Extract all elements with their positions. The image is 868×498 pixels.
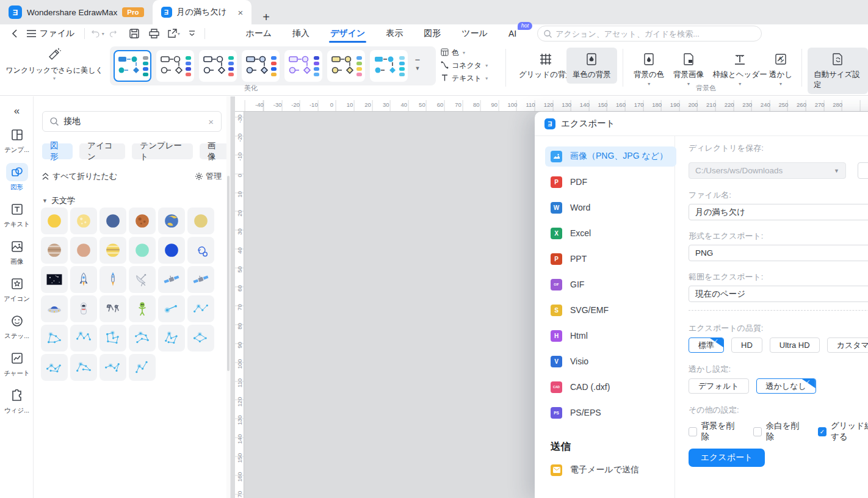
quality-option-標準[interactable]: 標準: [689, 337, 724, 353]
global-search-box[interactable]: [537, 26, 762, 42]
menu-AI[interactable]: AIhot: [508, 24, 516, 43]
format-item-Visio[interactable]: VVisio: [545, 348, 675, 374]
shapes-tab-図形[interactable]: 図形: [42, 143, 73, 159]
collapse-panel-icon[interactable]: «: [0, 105, 34, 117]
global-search-input[interactable]: [555, 29, 755, 38]
menu-ツール[interactable]: ツール: [461, 24, 488, 43]
theme-style-2[interactable]: [156, 50, 194, 82]
shape-blue-planet[interactable]: [99, 208, 126, 234]
document-tab[interactable]: Ǝ 月の満ち欠け ×: [153, 0, 252, 24]
shape-saturn[interactable]: [99, 237, 126, 264]
format-item-SVG/EMF[interactable]: SSVG/EMF: [545, 297, 675, 323]
menu-図形[interactable]: 図形: [424, 24, 441, 43]
collapse-ribbon-icon[interactable]: [184, 26, 200, 41]
quality-option-カスタマイズ[interactable]: カスタマイズ: [827, 337, 868, 353]
watermark-option-デフォルト[interactable]: デフォルト: [689, 378, 749, 394]
undo-icon[interactable]: ▾: [90, 26, 106, 41]
tab-close-icon[interactable]: ×: [237, 7, 243, 18]
sidebar-item-text[interactable]: テキスト: [0, 200, 34, 229]
theme-style-6[interactable]: [327, 50, 365, 82]
shape-earth[interactable]: [158, 208, 185, 234]
panel-scrollbar[interactable]: [226, 96, 230, 498]
checkbox-icon[interactable]: [753, 427, 762, 436]
shapes-search-box[interactable]: ×: [42, 111, 222, 132]
theme-style-5[interactable]: [284, 50, 322, 82]
shapes-tab-アイコン[interactable]: アイコン: [79, 143, 125, 159]
category-astronomy[interactable]: ▼ 天文学: [42, 195, 75, 206]
shape-satellite-dish[interactable]: [129, 266, 156, 293]
sidebar-item-image[interactable]: 画像: [0, 237, 34, 266]
shapes-tab-画像[interactable]: 画像: [200, 143, 230, 159]
shape-rocket[interactable]: [70, 266, 97, 293]
ribbon-色-button[interactable]: 色▾: [441, 48, 488, 58]
filename-input[interactable]: 月の満ち欠け: [689, 204, 868, 220]
file-menu-button[interactable]: ファイル: [22, 28, 79, 39]
export-range-select[interactable]: 現在のページ▼: [689, 286, 868, 302]
shape-teal-planet[interactable]: [129, 237, 156, 264]
menu-表示[interactable]: 表示: [386, 24, 403, 43]
sidebar-item-template[interactable]: テンプ...: [0, 126, 34, 154]
format-item-PS/EPS[interactable]: PSPS/EPS: [545, 400, 675, 425]
format-item-画像（PNG、JPG など）[interactable]: 画像（PNG、JPG など）: [545, 143, 675, 169]
checkbox-背景を削除[interactable]: 背景を削除: [689, 420, 738, 442]
shape-constellation-3[interactable]: [70, 325, 97, 352]
format-item-CAD (.dxf)[interactable]: CADCAD (.dxf): [545, 374, 675, 400]
shape-constellation-9[interactable]: [70, 354, 97, 381]
collapse-all-label[interactable]: すべて折りたたむ: [52, 171, 117, 182]
one-click-beautify-button[interactable]: ワンクリックでさらに美しく ▾: [0, 46, 109, 81]
export-button[interactable]: エクスポート: [689, 449, 765, 467]
checkbox-icon[interactable]: [689, 427, 697, 436]
shape-constellation-11[interactable]: [129, 354, 156, 381]
shape-satellite[interactable]: [158, 266, 185, 293]
save-icon[interactable]: [126, 26, 142, 41]
shape-sun[interactable]: [41, 208, 68, 234]
ribbon-button-自動サイズ設定[interactable]: 自動サイズ設定: [808, 48, 868, 94]
format-item-Excel[interactable]: XExcel: [545, 220, 675, 246]
checkbox-余白を削除[interactable]: 余白を削除: [753, 420, 803, 442]
shape-pluto[interactable]: [70, 237, 97, 264]
quality-option-HD[interactable]: HD: [731, 337, 762, 353]
shape-small-rocket[interactable]: [99, 266, 126, 293]
share-icon[interactable]: ▾: [165, 26, 181, 41]
sidebar-item-sticker[interactable]: ステッ...: [0, 312, 34, 341]
checkbox-icon[interactable]: ✓: [818, 427, 826, 436]
shape-constellation-5[interactable]: [129, 325, 156, 352]
theme-style-4[interactable]: [242, 50, 280, 82]
shape-jupiter[interactable]: [41, 237, 68, 264]
shape-constellation-10[interactable]: [99, 354, 126, 381]
ribbon-button-背景の色[interactable]: 背景の色▼: [627, 48, 670, 90]
ribbon-button-背景画像[interactable]: 背景画像▼: [667, 48, 710, 90]
canvas-area[interactable]: -40-30-20-100102030405060708090100110120…: [231, 96, 868, 498]
shape-astronaut[interactable]: [70, 295, 97, 322]
shape-constellation-7[interactable]: [187, 325, 214, 352]
format-item-PDF[interactable]: PPDF: [545, 169, 675, 195]
sidebar-item-shape[interactable]: 図形: [0, 163, 34, 192]
menu-挿入[interactable]: 挿入: [292, 24, 309, 43]
export-format-select[interactable]: PNG▼: [689, 245, 868, 261]
watermark-option-透かしなし[interactable]: 透かしなし: [756, 378, 816, 394]
theme-style-7[interactable]: [370, 50, 408, 82]
redo-icon[interactable]: [106, 26, 121, 41]
format-item-PPT[interactable]: PPPT: [545, 246, 675, 272]
shape-constellation-4[interactable]: [99, 325, 126, 352]
new-tab-button[interactable]: +: [258, 10, 275, 24]
shape-satellite-2[interactable]: [187, 266, 214, 293]
shape-ufo[interactable]: [41, 295, 68, 322]
shape-constellation-2[interactable]: [41, 325, 68, 352]
shape-alien[interactable]: [129, 295, 156, 322]
shapes-tab-テンプレート[interactable]: テンプレート: [132, 143, 193, 159]
sidebar-item-widget[interactable]: ウィジ...: [0, 386, 34, 415]
shape-starry-space[interactable]: [41, 266, 68, 293]
send-item-email[interactable]: 電子メールで送信: [545, 457, 675, 483]
checkbox-グリッド線を削除する[interactable]: ✓グリッド線を削除する: [818, 420, 868, 442]
print-icon[interactable]: [146, 26, 162, 41]
format-item-Word[interactable]: WWord: [545, 195, 675, 220]
ribbon-コネクタ-button[interactable]: コネクタ▾: [441, 60, 488, 71]
ribbon-button-単色の背景[interactable]: 単色の背景: [566, 48, 617, 84]
save-directory-select[interactable]: C:/Users/ws/Downloads▼: [689, 162, 846, 179]
shapes-search-input[interactable]: [63, 117, 203, 126]
app-tab-main[interactable]: Ǝ Wondershare EdrawMax Pro: [0, 0, 153, 24]
menu-デザイン[interactable]: デザイン: [330, 24, 365, 43]
shape-constellation-1[interactable]: [187, 295, 214, 322]
shape-galaxy[interactable]: [187, 237, 214, 264]
